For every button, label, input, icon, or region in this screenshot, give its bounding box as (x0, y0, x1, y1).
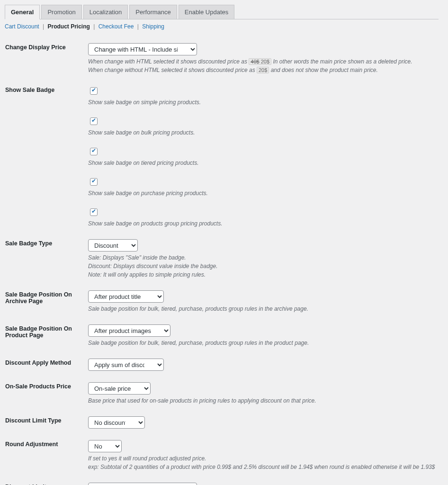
subtab-product-pricing[interactable]: Product Pricing (48, 23, 90, 30)
desc-round-adjustment: If set to yes it will round product adju… (88, 454, 438, 471)
label-discount-limit: Discount Limit (5, 478, 88, 485)
settings-form: Change Display Price Change with HTML - … (5, 38, 439, 485)
desc-sale-badge-pos-product: Sale badge position for bulk, tiered, pu… (88, 339, 438, 347)
checkbox-sale-badge-simple[interactable] (90, 87, 98, 95)
label-sale-badge-pos-product: Sale Badge Position On Product Page (5, 320, 88, 354)
label-sale-badge-type: Sale Badge Type (5, 234, 88, 286)
subtab-cart-discount[interactable]: Cart Discount (5, 23, 39, 30)
desc-sale-badge-group: Show sale badge on products group pricin… (88, 219, 438, 228)
desc-sale-badge-pos-archive: Sale badge position for bulk, tiered, pu… (88, 305, 438, 313)
label-discount-limit-type: Discount Limit Type (5, 412, 88, 435)
tab-performance[interactable]: Performance (129, 5, 177, 19)
desc-sale-badge-type: Sale: Displays "Sale" inside the badge. … (88, 253, 438, 279)
label-onsale-products-price: On-Sale Products Price (5, 377, 88, 412)
desc-sale-badge-purchase: Show sale badge on purchase pricing prod… (88, 189, 438, 198)
top-tabs: General Promotion Localization Performan… (5, 5, 439, 19)
label-show-sale-badge: Show Sale Badge (5, 81, 88, 234)
tab-promotion[interactable]: Promotion (41, 5, 81, 19)
sub-tabs: Cart Discount | Product Pricing | Checko… (5, 23, 439, 30)
select-round-adjustment[interactable]: No (88, 440, 122, 452)
label-discount-apply-method: Discount Apply Method (5, 354, 88, 377)
tab-localization[interactable]: Localization (83, 5, 128, 19)
input-discount-limit[interactable] (88, 483, 197, 485)
label-sale-badge-pos-archive: Sale Badge Position On Archive Page (5, 286, 88, 320)
checkbox-sale-badge-tiered[interactable] (90, 148, 98, 155)
select-discount-apply-method[interactable]: Apply sum of discounts (88, 359, 164, 371)
select-onsale-products-price[interactable]: On-sale price (88, 382, 151, 395)
select-sale-badge-pos-archive[interactable]: After product title (88, 290, 164, 303)
desc-onsale-products-price: Base price that used for on-sale product… (88, 396, 438, 405)
tab-enable-updates[interactable]: Enable Updates (179, 5, 235, 19)
subtab-checkout-fee[interactable]: Checkout Fee (99, 23, 134, 30)
checkbox-sale-badge-bulk[interactable] (90, 117, 98, 125)
select-sale-badge-type[interactable]: Discount (88, 239, 138, 251)
checkbox-sale-badge-group[interactable] (90, 208, 98, 216)
label-round-adjustment: Round Adjustment (5, 435, 88, 478)
checkbox-sale-badge-purchase[interactable] (90, 178, 98, 186)
label-change-display-price: Change Display Price (5, 38, 88, 81)
desc-sale-badge-tiered: Show sale badge on tiered pricing produc… (88, 159, 438, 167)
select-discount-limit-type[interactable]: No discount limit (88, 416, 145, 429)
desc-sale-badge-simple: Show sale badge on simple pricing produc… (88, 98, 438, 107)
desc-sale-badge-bulk: Show sale badge on bulk pricing products… (88, 128, 438, 137)
tab-general[interactable]: General (5, 5, 40, 19)
desc-change-display-price: When change with HTML selected it shows … (88, 57, 438, 74)
subtab-shipping[interactable]: Shipping (142, 23, 164, 30)
select-sale-badge-pos-product[interactable]: After product images (88, 324, 170, 337)
select-change-display-price[interactable]: Change with HTML - Include simple adjust… (88, 43, 197, 55)
